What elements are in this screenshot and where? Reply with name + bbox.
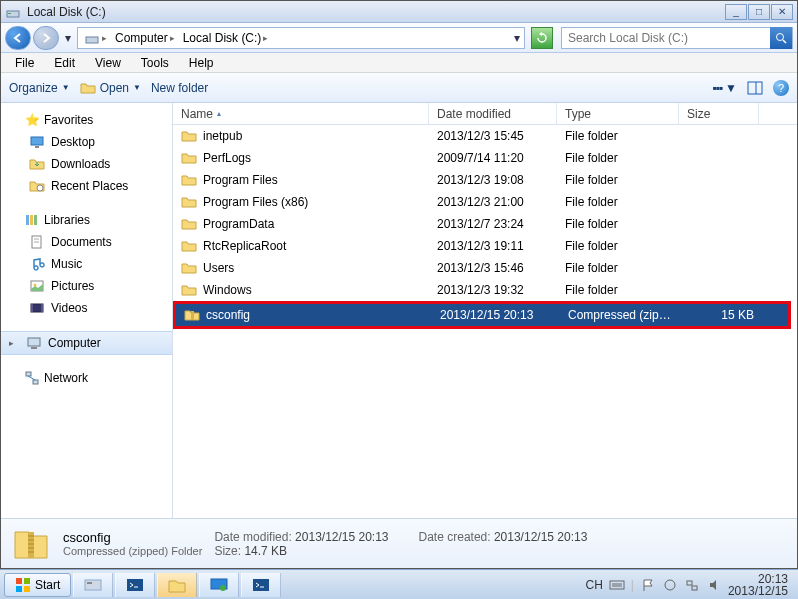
taskbar-powershell-2[interactable] (241, 573, 281, 597)
svg-rect-12 (34, 215, 37, 225)
menu-tools[interactable]: Tools (131, 54, 179, 72)
file-row[interactable]: csconfig2013/12/15 20:13Compressed (zipp… (176, 304, 788, 326)
sidebar-computer[interactable]: ▸Computer (1, 331, 172, 355)
breadcrumb-seg[interactable]: Local Disk (C:)▸ (179, 31, 273, 45)
sidebar-item-downloads[interactable]: Downloads (1, 153, 172, 175)
breadcrumb-text: Computer (115, 31, 168, 45)
taskbar-explorer[interactable] (157, 573, 197, 597)
col-size[interactable]: Size (679, 103, 759, 124)
minimize-button[interactable]: _ (725, 4, 747, 20)
svg-rect-34 (127, 579, 143, 591)
volume-icon[interactable] (706, 577, 722, 593)
svg-point-36 (220, 585, 226, 591)
file-type: File folder (557, 129, 679, 143)
folder-icon (181, 172, 197, 188)
svg-rect-29 (24, 578, 30, 584)
language-indicator[interactable]: CH (585, 578, 602, 592)
breadcrumb[interactable]: ▸ Computer▸ Local Disk (C:)▸ ▾ (77, 27, 525, 49)
taskbar-server-manager[interactable] (73, 573, 113, 597)
start-button[interactable]: Start (4, 573, 71, 597)
menu-help[interactable]: Help (179, 54, 224, 72)
menu-file[interactable]: File (5, 54, 44, 72)
sidebar-item-recent[interactable]: Recent Places (1, 175, 172, 197)
svg-rect-20 (41, 304, 43, 312)
preview-pane-button[interactable] (747, 81, 763, 95)
svg-rect-8 (35, 146, 39, 148)
help-button[interactable]: ? (773, 80, 789, 96)
file-name: PerfLogs (203, 151, 251, 165)
svg-rect-19 (31, 304, 33, 312)
maximize-button[interactable]: □ (748, 4, 770, 20)
file-name: ProgramData (203, 217, 274, 231)
search-button[interactable] (770, 27, 792, 49)
file-row[interactable]: Program Files2013/12/3 19:08File folder (173, 169, 797, 191)
svg-rect-43 (692, 586, 697, 590)
sidebar-libraries[interactable]: Libraries (1, 209, 172, 231)
sidebar-item-videos[interactable]: Videos (1, 297, 172, 319)
sidebar-item-music[interactable]: Music (1, 253, 172, 275)
col-type[interactable]: Type (557, 103, 679, 124)
details-modified: 2013/12/15 20:13 (295, 530, 388, 544)
svg-rect-37 (253, 579, 269, 591)
breadcrumb-root[interactable]: ▸ (80, 30, 111, 46)
file-list[interactable]: inetpub2013/12/3 15:45File folderPerfLog… (173, 125, 797, 518)
file-name: Windows (203, 283, 252, 297)
menu-edit[interactable]: Edit (44, 54, 85, 72)
search-input[interactable] (562, 31, 770, 45)
file-row[interactable]: Program Files (x86)2013/12/3 21:00File f… (173, 191, 797, 213)
menu-view[interactable]: View (85, 54, 131, 72)
refresh-button[interactable] (531, 27, 553, 49)
folder-icon (181, 150, 197, 166)
windows-icon (15, 577, 31, 593)
back-button[interactable] (5, 26, 31, 50)
history-dropdown[interactable]: ▾ (61, 26, 75, 50)
breadcrumb-seg[interactable]: Computer▸ (111, 31, 179, 45)
col-name[interactable]: Name▴ (173, 103, 429, 124)
details-pane: csconfig Compressed (zipped) Folder Date… (1, 518, 797, 568)
file-date: 2013/12/3 15:45 (429, 129, 557, 143)
taskbar-rdp[interactable] (199, 573, 239, 597)
flag-icon[interactable] (640, 577, 656, 593)
svg-rect-21 (28, 338, 40, 346)
file-date: 2013/12/3 15:46 (429, 261, 557, 275)
clock[interactable]: 20:13 2013/12/15 (728, 573, 788, 597)
file-row[interactable]: ProgramData2013/12/7 23:24File folder (173, 213, 797, 235)
close-button[interactable]: ✕ (771, 4, 793, 20)
videos-icon (29, 300, 45, 316)
svg-line-25 (28, 376, 35, 380)
view-options-button[interactable]: ▪▪▪▼ (712, 81, 737, 95)
sidebar-item-pictures[interactable]: Pictures (1, 275, 172, 297)
file-date: 2013/12/7 23:24 (429, 217, 557, 231)
sidebar-favorites[interactable]: ⭐Favorites (1, 109, 172, 131)
path-dropdown[interactable]: ▾ (510, 26, 524, 50)
libraries-icon (24, 212, 40, 228)
file-row[interactable]: inetpub2013/12/3 15:45File folder (173, 125, 797, 147)
details-created: 2013/12/15 20:13 (494, 530, 587, 544)
pictures-icon (29, 278, 45, 294)
new-folder-button[interactable]: New folder (151, 81, 208, 95)
file-date: 2013/12/15 20:13 (432, 308, 560, 322)
svg-rect-33 (87, 582, 92, 584)
organize-button[interactable]: Organize▼ (9, 81, 70, 95)
network-tray-icon[interactable] (684, 577, 700, 593)
file-row[interactable]: PerfLogs2009/7/14 11:20File folder (173, 147, 797, 169)
tray-icon[interactable] (662, 577, 678, 593)
keyboard-icon[interactable] (609, 577, 625, 593)
computer-icon (26, 335, 42, 351)
svg-rect-26 (191, 311, 194, 320)
col-date[interactable]: Date modified (429, 103, 557, 124)
sidebar-item-desktop[interactable]: Desktop (1, 131, 172, 153)
navigation-bar: ▾ ▸ Computer▸ Local Disk (C:)▸ ▾ (1, 23, 797, 53)
forward-button[interactable] (33, 26, 59, 50)
breadcrumb-text: Local Disk (C:) (183, 31, 262, 45)
file-row[interactable]: Windows2013/12/3 19:32File folder (173, 279, 797, 301)
sidebar-item-documents[interactable]: Documents (1, 231, 172, 253)
taskbar-powershell[interactable] (115, 573, 155, 597)
window-title: Local Disk (C:) (27, 5, 725, 19)
file-row[interactable]: RtcReplicaRoot2013/12/3 19:11File folder (173, 235, 797, 257)
sidebar-network[interactable]: Network (1, 367, 172, 389)
file-row[interactable]: Users2013/12/3 15:46File folder (173, 257, 797, 279)
details-type: Compressed (zipped) Folder (63, 545, 202, 557)
open-button[interactable]: Open▼ (80, 80, 141, 96)
search-box[interactable] (561, 27, 793, 49)
